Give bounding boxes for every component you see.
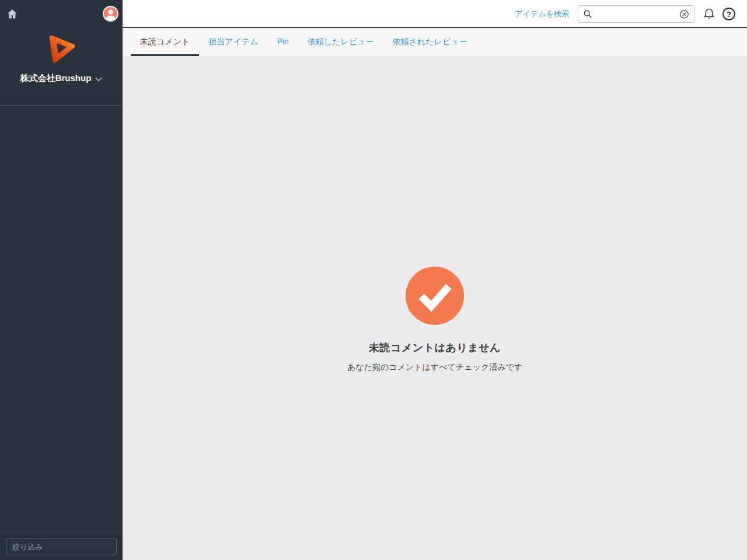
tab-requested-reviews[interactable]: 依頼したレビュー xyxy=(298,29,383,56)
empty-state-subtitle: あなた宛のコメントはすべてチェック済みです xyxy=(123,362,747,373)
search-box[interactable] xyxy=(578,5,694,23)
search-input[interactable] xyxy=(595,10,677,19)
tab-unread-comments[interactable]: 未読コメント xyxy=(131,29,199,56)
sidebar-divider xyxy=(0,105,123,106)
sidebar: 株式会社Brushup xyxy=(0,0,123,560)
notification-bell-icon[interactable] xyxy=(703,8,715,20)
brushup-app: 株式会社Brushup アイテムを検索 xyxy=(0,0,747,560)
tab-pin[interactable]: Pin xyxy=(268,29,298,56)
clear-search-icon[interactable] xyxy=(679,9,689,19)
logo-block: 株式会社Brushup xyxy=(0,28,123,84)
empty-state: 未読コメントはありません あなた宛のコメントはすべてチェック済みです xyxy=(123,267,747,373)
main-content: 未読コメントはありません あなた宛のコメントはすべてチェック済みです xyxy=(123,56,747,560)
filter-bar xyxy=(0,533,123,560)
filter-input[interactable] xyxy=(6,538,117,555)
empty-state-title: 未読コメントはありません xyxy=(123,341,747,355)
chevron-down-icon xyxy=(95,74,102,83)
workspace-selector[interactable]: 株式会社Brushup xyxy=(0,73,123,84)
header-right-controls: アイテムを検索 xyxy=(515,0,735,28)
brushup-logo xyxy=(44,57,78,67)
home-icon[interactable] xyxy=(6,8,18,20)
help-icon[interactable]: ? xyxy=(722,8,735,20)
company-name: 株式会社Brushup xyxy=(20,73,92,84)
tab-assigned-items[interactable]: 担当アイテム xyxy=(199,29,267,56)
sidebar-top-bar xyxy=(0,0,123,28)
check-icon xyxy=(406,267,464,325)
header: アイテムを検索 xyxy=(123,0,747,28)
search-icon xyxy=(583,9,592,19)
tab-bar: 未読コメント 担当アイテム Pin 依頼したレビュー 依頼されたレビュー xyxy=(123,29,747,56)
search-items-link[interactable]: アイテムを検索 xyxy=(515,9,569,19)
user-avatar-icon[interactable] xyxy=(103,6,118,22)
tab-received-reviews[interactable]: 依頼されたレビュー xyxy=(383,29,477,56)
